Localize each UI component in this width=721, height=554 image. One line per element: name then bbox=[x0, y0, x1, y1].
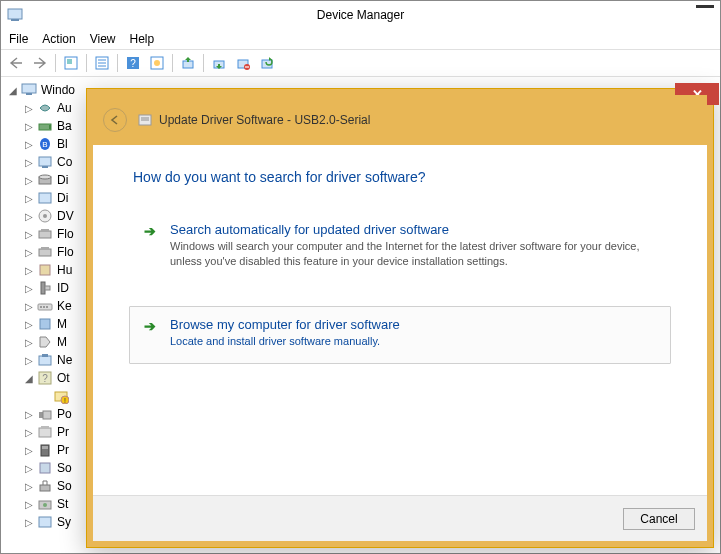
tree-item-label: Sy bbox=[57, 515, 71, 529]
tree-item-label: Flo bbox=[57, 227, 74, 241]
chevron-right-icon[interactable]: ▷ bbox=[23, 265, 35, 276]
option-browse-computer[interactable]: ➔ Browse my computer for driver software… bbox=[129, 306, 671, 364]
device-category-icon bbox=[37, 100, 53, 116]
svg-rect-44 bbox=[42, 354, 48, 357]
chevron-right-icon[interactable]: ▷ bbox=[23, 481, 35, 492]
chevron-right-icon[interactable]: ▷ bbox=[23, 121, 35, 132]
uninstall-icon[interactable] bbox=[208, 52, 230, 74]
device-category-icon bbox=[37, 208, 53, 224]
chevron-right-icon[interactable]: ▷ bbox=[23, 193, 35, 204]
dialog-header: Update Driver Software - USB2.0-Serial bbox=[93, 95, 707, 145]
tree-item-label: So bbox=[57, 461, 72, 475]
tree-item-label: M bbox=[57, 335, 67, 349]
svg-rect-40 bbox=[43, 306, 45, 308]
svg-rect-18 bbox=[22, 84, 36, 93]
svg-rect-32 bbox=[41, 229, 49, 232]
back-icon[interactable] bbox=[5, 52, 27, 74]
svg-rect-56 bbox=[40, 463, 50, 473]
chevron-down-icon[interactable]: ◢ bbox=[7, 85, 19, 96]
device-category-icon bbox=[37, 154, 53, 170]
computer-icon bbox=[21, 82, 37, 98]
minimize-button[interactable] bbox=[696, 5, 714, 8]
chevron-right-icon[interactable]: ▷ bbox=[23, 337, 35, 348]
svg-rect-25 bbox=[42, 166, 48, 168]
update-driver-icon[interactable] bbox=[177, 52, 199, 74]
dialog-footer: Cancel bbox=[93, 495, 707, 541]
svg-text:?: ? bbox=[42, 373, 48, 384]
arrow-right-icon: ➔ bbox=[144, 222, 160, 269]
svg-rect-51 bbox=[43, 411, 51, 419]
menu-file[interactable]: File bbox=[9, 32, 28, 46]
disable-icon[interactable] bbox=[232, 52, 254, 74]
svg-text:!: ! bbox=[64, 397, 66, 404]
option-title: Browse my computer for driver software bbox=[170, 317, 400, 332]
show-hide-tree-icon[interactable] bbox=[60, 52, 82, 74]
svg-point-30 bbox=[43, 214, 47, 218]
device-category-icon bbox=[37, 424, 53, 440]
chevron-down-icon[interactable]: ◢ bbox=[23, 373, 35, 384]
tree-item-label: ID bbox=[57, 281, 69, 295]
option-desc: Locate and install driver software manua… bbox=[170, 334, 400, 349]
chevron-right-icon[interactable]: ▷ bbox=[23, 283, 35, 294]
chevron-right-icon[interactable]: ▷ bbox=[23, 247, 35, 258]
chevron-right-icon[interactable]: ▷ bbox=[23, 229, 35, 240]
svg-rect-0 bbox=[8, 9, 22, 19]
tree-item-label: Flo bbox=[57, 245, 74, 259]
menu-action[interactable]: Action bbox=[42, 32, 75, 46]
svg-rect-57 bbox=[40, 485, 50, 491]
menu-view[interactable]: View bbox=[90, 32, 116, 46]
tree-item-label: So bbox=[57, 479, 72, 493]
chevron-right-icon[interactable]: ▷ bbox=[23, 499, 35, 510]
svg-rect-12 bbox=[183, 61, 193, 68]
option-search-auto[interactable]: ➔ Search automatically for updated drive… bbox=[129, 211, 671, 284]
window-title: Device Manager bbox=[317, 8, 404, 22]
chevron-right-icon[interactable]: ▷ bbox=[23, 139, 35, 150]
device-category-icon bbox=[37, 334, 53, 350]
device-category-icon bbox=[37, 406, 53, 422]
app-icon bbox=[7, 7, 23, 23]
tree-item-label: Di bbox=[57, 173, 68, 187]
back-button[interactable] bbox=[103, 108, 127, 132]
svg-point-11 bbox=[154, 60, 160, 66]
svg-rect-37 bbox=[45, 286, 50, 290]
device-category-icon bbox=[37, 478, 53, 494]
device-category-icon bbox=[37, 496, 53, 512]
chevron-right-icon[interactable]: ▷ bbox=[23, 517, 35, 528]
chevron-right-icon[interactable]: ▷ bbox=[23, 409, 35, 420]
tree-item-label: Ba bbox=[57, 119, 72, 133]
device-icon bbox=[137, 112, 153, 128]
properties-icon[interactable] bbox=[91, 52, 113, 74]
device-category-icon bbox=[37, 298, 53, 314]
dialog-heading: How do you want to search for driver sof… bbox=[133, 169, 671, 185]
menu-help[interactable]: Help bbox=[130, 32, 155, 46]
cancel-button[interactable]: Cancel bbox=[623, 508, 695, 530]
dialog-body: How do you want to search for driver sof… bbox=[93, 145, 707, 495]
device-category-icon bbox=[37, 172, 53, 188]
chevron-right-icon[interactable]: ▷ bbox=[23, 301, 35, 312]
help-icon[interactable]: ? bbox=[122, 52, 144, 74]
menubar: File Action View Help bbox=[1, 29, 720, 49]
chevron-right-icon[interactable]: ▷ bbox=[23, 355, 35, 366]
scan-hardware-icon[interactable] bbox=[256, 52, 278, 74]
svg-rect-33 bbox=[39, 249, 51, 256]
device-category-icon bbox=[37, 280, 53, 296]
tree-item-label: DV bbox=[57, 209, 74, 223]
chevron-right-icon[interactable]: ▷ bbox=[23, 103, 35, 114]
arrow-right-icon: ➔ bbox=[144, 317, 160, 349]
forward-icon[interactable] bbox=[29, 52, 51, 74]
svg-rect-43 bbox=[39, 356, 51, 365]
svg-point-59 bbox=[43, 503, 47, 507]
chevron-right-icon[interactable]: ▷ bbox=[23, 427, 35, 438]
chevron-right-icon[interactable]: ▷ bbox=[23, 157, 35, 168]
chevron-right-icon[interactable]: ▷ bbox=[23, 445, 35, 456]
tree-item-label: St bbox=[57, 497, 68, 511]
chevron-right-icon[interactable]: ▷ bbox=[23, 463, 35, 474]
chevron-right-icon[interactable]: ▷ bbox=[23, 175, 35, 186]
svg-rect-62 bbox=[141, 117, 149, 121]
chevron-right-icon[interactable]: ▷ bbox=[23, 319, 35, 330]
scan-icon[interactable] bbox=[146, 52, 168, 74]
chevron-right-icon[interactable]: ▷ bbox=[23, 211, 35, 222]
device-category-icon bbox=[37, 460, 53, 476]
device-category-icon bbox=[37, 352, 53, 368]
svg-rect-28 bbox=[39, 193, 51, 203]
